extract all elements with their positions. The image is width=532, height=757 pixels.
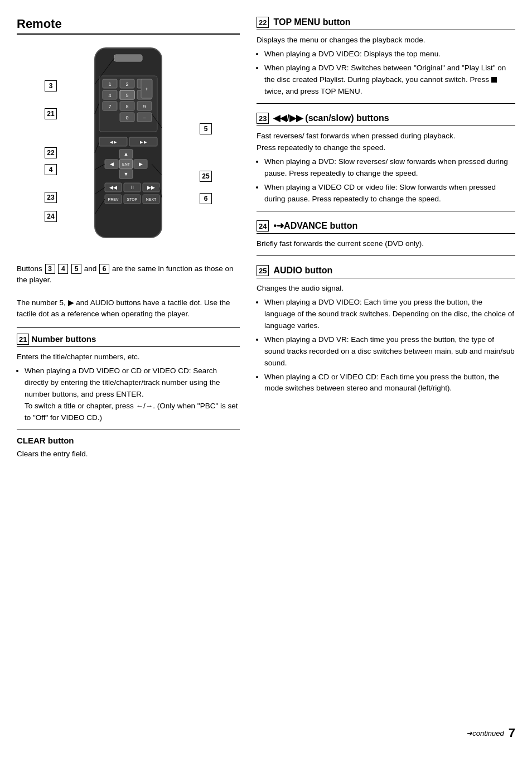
intro-text: Buttons 3 4 5 and 6 are the same in func…	[17, 263, 240, 320]
right-column: 22 TOP MENU button Displays the menu or …	[251, 17, 515, 735]
number-buttons-num: 21	[17, 334, 29, 345]
svg-text:⏸: ⏸	[130, 185, 135, 190]
intro-line1: Buttons	[17, 264, 45, 273]
page-title: Remote	[17, 17, 240, 35]
svg-text:7: 7	[108, 104, 111, 109]
label-23: 23	[45, 192, 57, 203]
number-buttons-body: Enters the title/chapter numbers, etc. W…	[17, 351, 240, 424]
audio-num: 25	[257, 265, 269, 276]
svg-text:1: 1	[108, 81, 111, 87]
svg-text:PREV: PREV	[108, 197, 118, 201]
advance-title: •➜ADVANCE button	[273, 220, 357, 231]
top-menu-bullet1: When playing a DVD VIDEO: Displays the t…	[264, 49, 515, 60]
left-column: Remote 3 21 22 4 23 24 5 25 6	[17, 17, 251, 735]
svg-text:▶ ▶: ▶ ▶	[140, 140, 147, 144]
scan-slow-body: Fast reverses/ fast forwards when presse…	[257, 131, 515, 205]
label-4: 4	[45, 164, 57, 175]
top-menu-num: 22	[257, 17, 269, 28]
top-menu-header: 22 TOP MENU button	[257, 17, 515, 30]
top-menu-bullet2: When playing a DVD VR: Switches between …	[264, 62, 515, 98]
scan-slow-bullet2: When playing a VIDEO CD or video file: S…	[264, 182, 515, 205]
svg-text:–: –	[143, 115, 146, 120]
audio-bullet3: When playing a CD or VIDEO CD: Each time…	[264, 372, 515, 395]
audio-body: Changes the audio signal. When playing a…	[257, 283, 515, 394]
svg-text:0: 0	[125, 115, 128, 120]
label-25: 25	[200, 171, 212, 182]
audio-bullet2: When playing a DVD VR: Each time you pre…	[264, 334, 515, 369]
intro-box5: 5	[71, 264, 81, 274]
intro-box3: 3	[45, 264, 55, 274]
clear-button-body: Clears the entry field.	[17, 449, 240, 460]
audio-header: 25 AUDIO button	[257, 265, 515, 278]
advance-body: Briefly fast forwards the current scene …	[257, 238, 515, 250]
label-24: 24	[45, 211, 57, 222]
svg-text:▶▶: ▶▶	[147, 185, 155, 190]
remote-diagram: 3 21 22 4 23 24 5 25 6	[39, 42, 217, 254]
scan-slow-title: ◀◀/▶▶ (scan/slow) buttons	[273, 113, 389, 123]
intro-box4: 4	[58, 264, 68, 274]
label-5: 5	[200, 123, 212, 134]
audio-title: AUDIO button	[273, 266, 332, 276]
svg-text:8: 8	[125, 104, 128, 109]
svg-text:5: 5	[125, 93, 128, 98]
scan-slow-bullet1: When playing a DVD: Slow reverses/ slow …	[264, 156, 515, 180]
remote-body: 1 2 3 4 5 6 7 8	[78, 42, 178, 250]
svg-text:ENT: ENT	[122, 162, 130, 166]
intro-para2: The number 5, ▶ and AUDIO buttons have a…	[17, 297, 240, 320]
number-buttons-title: Number buttons	[31, 334, 96, 344]
number-buttons-bullet1: When playing a DVD VIDEO or CD or VIDEO …	[25, 365, 240, 424]
svg-text:9: 9	[143, 104, 146, 109]
label-21: 21	[45, 108, 57, 119]
svg-text:STOP: STOP	[127, 197, 138, 201]
scan-slow-num: 23	[257, 113, 269, 124]
svg-text:◀ ▶: ◀ ▶	[110, 140, 117, 144]
svg-text:▶: ▶	[139, 161, 143, 167]
top-menu-title: TOP MENU button	[273, 17, 350, 27]
label-6: 6	[200, 193, 212, 204]
page-footer: ➜continued 7	[466, 726, 515, 740]
intro-and: and	[84, 264, 99, 273]
svg-rect-1	[114, 55, 142, 61]
clear-button-title: CLEAR button	[17, 436, 240, 445]
svg-text:▼: ▼	[124, 171, 129, 177]
audio-bullet1: When playing a DVD VIDEO: Each time you …	[264, 297, 515, 332]
page-number: 7	[509, 726, 515, 740]
label-3: 3	[45, 80, 57, 91]
number-buttons-header: 21 Number buttons	[17, 334, 240, 347]
svg-text:▲: ▲	[124, 151, 129, 157]
intro-box6: 6	[99, 264, 109, 274]
label-22: 22	[45, 147, 57, 158]
advance-header: 24 •➜ADVANCE button	[257, 220, 515, 234]
svg-text:◀: ◀	[110, 161, 114, 167]
top-menu-body: Displays the menu or changes the playbac…	[257, 35, 515, 98]
svg-text:◀◀: ◀◀	[109, 185, 117, 190]
advance-num: 24	[257, 220, 269, 232]
svg-text:+: +	[145, 86, 148, 92]
scan-slow-header: 23 ◀◀/▶▶ (scan/slow) buttons	[257, 113, 515, 127]
svg-text:2: 2	[125, 81, 128, 87]
continued-text: ➜continued	[466, 729, 504, 737]
svg-text:4: 4	[108, 93, 111, 98]
page: Remote 3 21 22 4 23 24 5 25 6	[0, 0, 532, 757]
svg-text:NEXT: NEXT	[146, 197, 157, 201]
